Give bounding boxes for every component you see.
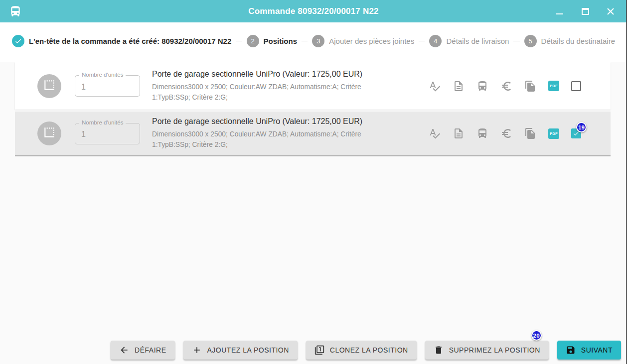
step-number: 4: [429, 35, 442, 47]
step-connector: [236, 41, 242, 41]
clone-icon: [314, 345, 324, 355]
step-positions[interactable]: 2 Positions: [247, 35, 298, 47]
position-actions: PDF 19: [429, 127, 581, 139]
quantity-input[interactable]: [75, 76, 140, 96]
border-style-icon: [43, 79, 56, 94]
step-label: Positions: [264, 37, 298, 45]
position-actions: PDF: [429, 80, 581, 92]
quantity-input[interactable]: [75, 123, 140, 144]
step-attachments[interactable]: 3 Ajouter des pièces jointes: [312, 35, 414, 47]
positions-list: Nombre d'unités Porte de garage sectionn…: [15, 62, 611, 156]
position-row[interactable]: Nombre d'unités Porte de garage sectionn…: [15, 62, 611, 110]
arrow-left-icon: [119, 345, 129, 355]
euro-icon[interactable]: [500, 127, 512, 139]
pdf-icon[interactable]: PDF: [548, 128, 559, 139]
plus-icon: [192, 345, 202, 355]
quantity-field-label: Nombre d'unités: [79, 120, 126, 125]
step-label: Détails du destinataire: [541, 37, 615, 45]
save-icon: [566, 345, 576, 355]
position-avatar: [37, 74, 61, 98]
position-description: Porte de garage sectionnelle UniPro (Val…: [152, 117, 375, 150]
position-avatar: [37, 121, 61, 145]
add-position-button-label: AJOUTEZ LA POSITION: [207, 346, 289, 354]
euro-icon[interactable]: [500, 80, 512, 92]
step-header-created: L'en-tête de la commande a été créé: 809…: [12, 35, 231, 47]
position-details: Dimensions3000 x 2500; Couleur:AW ZDAB; …: [152, 82, 375, 103]
undo-button-label: DÉFAIRE: [135, 346, 166, 354]
position-title: Porte de garage sectionnelle UniPro (Val…: [152, 70, 375, 79]
quantity-field: Nombre d'unités: [75, 75, 140, 97]
position-checkbox[interactable]: [571, 81, 581, 91]
annotation-badge-19: 19: [576, 122, 587, 132]
minimize-icon[interactable]: [555, 7, 564, 16]
stepper: L'en-tête de la commande a été créé: 809…: [0, 22, 627, 62]
border-style-icon: [43, 126, 56, 141]
position-details: Dimensions3000 x 2500; Couleur:AW ZDAB; …: [152, 129, 375, 150]
bus-icon[interactable]: [476, 127, 488, 139]
copy-icon[interactable]: [524, 127, 536, 139]
step-connector: [513, 41, 519, 41]
step-label: L'en-tête de la commande a été créé: 809…: [29, 37, 231, 45]
copy-icon[interactable]: [524, 80, 536, 92]
spellcheck-icon[interactable]: [429, 80, 441, 92]
titlebar: Commande 80932/20/00017 N22: [0, 0, 627, 22]
check-icon: [12, 35, 24, 47]
step-recipient-details[interactable]: 5 Détails du destinataire: [524, 35, 615, 47]
window-controls: [555, 7, 618, 16]
undo-button[interactable]: DÉFAIRE: [111, 341, 174, 360]
step-number: 2: [247, 35, 259, 47]
position-title: Porte de garage sectionnelle UniPro (Val…: [152, 117, 375, 126]
spellcheck-icon[interactable]: [429, 127, 441, 139]
step-delivery-details[interactable]: 4 Détails de livraison: [429, 35, 509, 47]
position-row[interactable]: Nombre d'unités Porte de garage sectionn…: [15, 112, 611, 156]
maximize-icon[interactable]: [581, 7, 590, 16]
step-connector: [302, 41, 308, 41]
step-label: Ajouter des pièces jointes: [329, 37, 414, 45]
step-number: 5: [524, 35, 537, 47]
bus-icon[interactable]: [476, 80, 488, 92]
clone-position-button[interactable]: CLONEZ LA POSITION: [306, 341, 417, 360]
position-checkbox-checked[interactable]: 19: [571, 128, 581, 138]
delete-position-button[interactable]: SUPPRIMEZ LA POSITION 20: [425, 341, 549, 360]
quantity-field-label: Nombre d'unités: [79, 72, 126, 78]
quantity-field: Nombre d'unités: [75, 123, 140, 144]
step-label: Détails de livraison: [446, 37, 509, 45]
pdf-icon[interactable]: PDF: [548, 81, 559, 91]
document-icon[interactable]: [453, 127, 465, 139]
trash-icon: [434, 345, 444, 355]
actions-bar: DÉFAIRE AJOUTEZ LA POSITION CLONEZ LA PO…: [111, 341, 621, 360]
step-connector: [419, 41, 425, 41]
add-position-button[interactable]: AJOUTEZ LA POSITION: [183, 341, 298, 360]
next-button[interactable]: SUIVANT: [557, 341, 621, 360]
next-button-label: SUIVANT: [581, 346, 613, 354]
document-icon[interactable]: [453, 80, 465, 92]
delete-position-button-label: SUPPRIMEZ LA POSITION: [449, 346, 540, 354]
window-title: Commande 80932/20/00017 N22: [0, 6, 627, 16]
clone-position-button-label: CLONEZ LA POSITION: [330, 346, 408, 354]
annotation-badge-20: 20: [531, 330, 542, 341]
close-icon[interactable]: [606, 7, 615, 16]
step-number: 3: [312, 35, 324, 47]
position-description: Porte de garage sectionnelle UniPro (Val…: [152, 70, 375, 103]
